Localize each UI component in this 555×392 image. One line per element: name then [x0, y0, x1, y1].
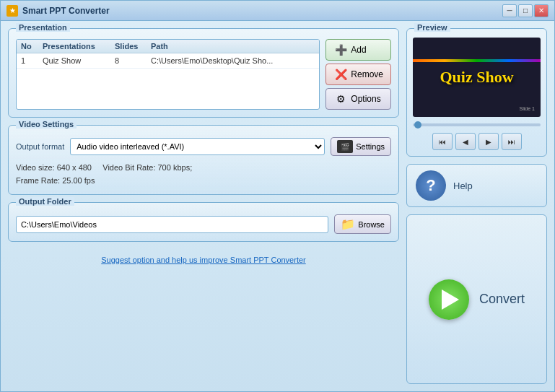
- film-icon: 🎬: [337, 140, 353, 153]
- preview-section: Preview Quiz Show Slide 1 ⏮ ◀ ▶ ⏭: [406, 28, 547, 157]
- output-folder-section: Output Folder 📁 Browse: [8, 202, 399, 242]
- preview-image: Quiz Show Slide 1: [413, 38, 541, 117]
- row-slides: 8: [115, 56, 151, 65]
- video-bitrate-label: Video Bit Rate: 700 kbps;: [102, 163, 192, 172]
- col-presentations: Presentations: [43, 42, 115, 51]
- help-label: Help: [453, 180, 473, 191]
- table-row[interactable]: 1 Quiz Show 8 C:\Users\Emo\Desktop\Quiz …: [17, 53, 319, 69]
- remove-label: Remove: [351, 69, 383, 79]
- gradient-bar: [413, 59, 541, 62]
- minimize-button[interactable]: ─: [502, 4, 517, 17]
- row-no: 1: [21, 56, 43, 65]
- frame-rate-label: Frame Rate: 25.00 fps: [16, 176, 95, 185]
- browse-button[interactable]: 📁 Browse: [334, 214, 391, 234]
- video-inner: Output format Audio video interleaved (*…: [16, 137, 391, 187]
- presentation-section: Presentation No Presentations Slides Pat…: [8, 28, 399, 118]
- video-settings-title: Video Settings: [16, 120, 77, 129]
- video-settings-section: Video Settings Output format Audio video…: [8, 125, 399, 195]
- video-size-label: Video size: 640 x 480: [16, 163, 92, 172]
- convert-section[interactable]: Convert: [406, 214, 547, 384]
- col-slides: Slides: [115, 42, 151, 51]
- table-header: No Presentations Slides Path: [17, 40, 319, 53]
- options-button[interactable]: ⚙ Options: [325, 88, 391, 110]
- options-label: Options: [351, 94, 380, 104]
- add-label: Add: [351, 45, 366, 55]
- output-format-label: Output format: [16, 142, 64, 151]
- output-inner: 📁 Browse: [16, 214, 391, 234]
- first-frame-button[interactable]: ⏮: [432, 133, 453, 150]
- output-folder-title: Output Folder: [16, 197, 74, 206]
- help-section[interactable]: ? Help: [406, 164, 547, 207]
- presentation-inner: No Presentations Slides Path 1 Quiz Show…: [16, 39, 391, 110]
- play-triangle: [442, 289, 459, 310]
- slider-thumb: [414, 121, 421, 129]
- suggest-link[interactable]: Suggest option and help us improve Smart…: [101, 256, 306, 264]
- settings-label: Settings: [356, 142, 385, 151]
- left-panel: Presentation No Presentations Slides Pat…: [8, 28, 399, 384]
- prev-frame-button[interactable]: ◀: [455, 133, 476, 150]
- help-icon: ?: [416, 170, 446, 201]
- output-path-input[interactable]: [16, 216, 328, 233]
- row-path: C:\Users\Emo\Desktop\Quiz Sho...: [151, 56, 315, 65]
- video-settings-button[interactable]: 🎬 Settings: [331, 137, 391, 156]
- folder-icon: 📁: [341, 217, 355, 231]
- slide-title-text: Quiz Show: [440, 68, 513, 87]
- next-frame-button[interactable]: ▶: [478, 133, 499, 150]
- browse-label: Browse: [358, 220, 385, 229]
- gear-icon: ⚙: [333, 92, 348, 106]
- help-icon-symbol: ?: [426, 176, 435, 195]
- convert-label: Convert: [479, 292, 525, 307]
- slider-track: [413, 123, 541, 126]
- presentation-buttons: ➕ Add ❌ Remove ⚙ Options: [325, 39, 391, 110]
- format-select[interactable]: Audio video interleaved (*.AVI) Windows …: [70, 138, 325, 155]
- add-button[interactable]: ➕ Add: [325, 39, 391, 61]
- play-icon: [429, 279, 469, 320]
- preview-small-text: Slide 1: [520, 106, 535, 111]
- right-panel: Preview Quiz Show Slide 1 ⏮ ◀ ▶ ⏭: [406, 28, 547, 384]
- preview-title: Preview: [414, 23, 450, 32]
- col-path: Path: [151, 42, 315, 51]
- output-format-row: Output format Audio video interleaved (*…: [16, 137, 391, 156]
- app-icon: ★: [6, 5, 18, 17]
- presentation-title: Presentation: [16, 23, 70, 32]
- remove-icon: ❌: [333, 67, 348, 82]
- video-info: Video size: 640 x 480 Video Bit Rate: 70…: [16, 162, 391, 187]
- remove-button[interactable]: ❌ Remove: [325, 64, 391, 85]
- main-window: ★ Smart PPT Converter ─ □ ✕ Presentation…: [0, 0, 555, 392]
- suggest-link-area: Suggest option and help us improve Smart…: [8, 255, 399, 265]
- maximize-button[interactable]: □: [518, 4, 533, 17]
- row-name: Quiz Show: [43, 56, 115, 65]
- main-content: Presentation No Presentations Slides Pat…: [1, 21, 554, 391]
- last-frame-button[interactable]: ⏭: [502, 133, 522, 150]
- add-icon: ➕: [333, 43, 348, 57]
- title-bar: ★ Smart PPT Converter ─ □ ✕: [1, 1, 554, 21]
- preview-slider[interactable]: [413, 120, 541, 130]
- presentations-table: No Presentations Slides Path 1 Quiz Show…: [16, 39, 320, 110]
- close-button[interactable]: ✕: [534, 4, 549, 17]
- preview-controls: ⏮ ◀ ▶ ⏭: [413, 133, 541, 150]
- col-no: No: [21, 42, 43, 51]
- window-title: Smart PPT Converter: [22, 6, 502, 16]
- window-controls: ─ □ ✕: [502, 4, 549, 17]
